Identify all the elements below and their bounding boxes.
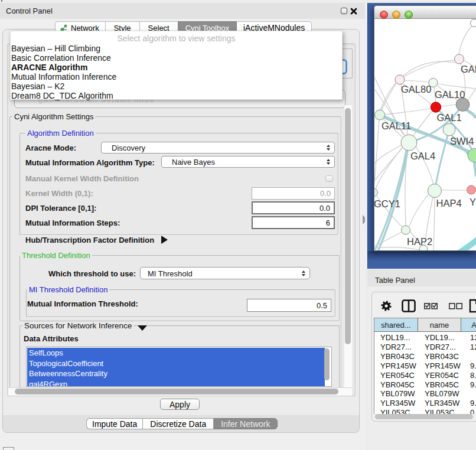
- svg-text:GAL10: GAL10: [435, 89, 465, 100]
- svg-text:SWI4: SWI4: [450, 136, 474, 146]
- svg-text:GCY1: GCY1: [374, 198, 400, 209]
- svg-text:GAL80: GAL80: [401, 84, 431, 94]
- svg-text:GAL4: GAL4: [410, 151, 435, 161]
- svg-text:GAL11: GAL11: [382, 120, 411, 131]
- svg-text:YEL: YEL: [470, 197, 476, 207]
- svg-text:HAP4: HAP4: [436, 198, 462, 208]
- svg-text:GAL1: GAL1: [437, 112, 462, 123]
- svg-text:HAP2: HAP2: [407, 236, 432, 247]
- svg-text:GAL2: GAL2: [461, 64, 476, 74]
